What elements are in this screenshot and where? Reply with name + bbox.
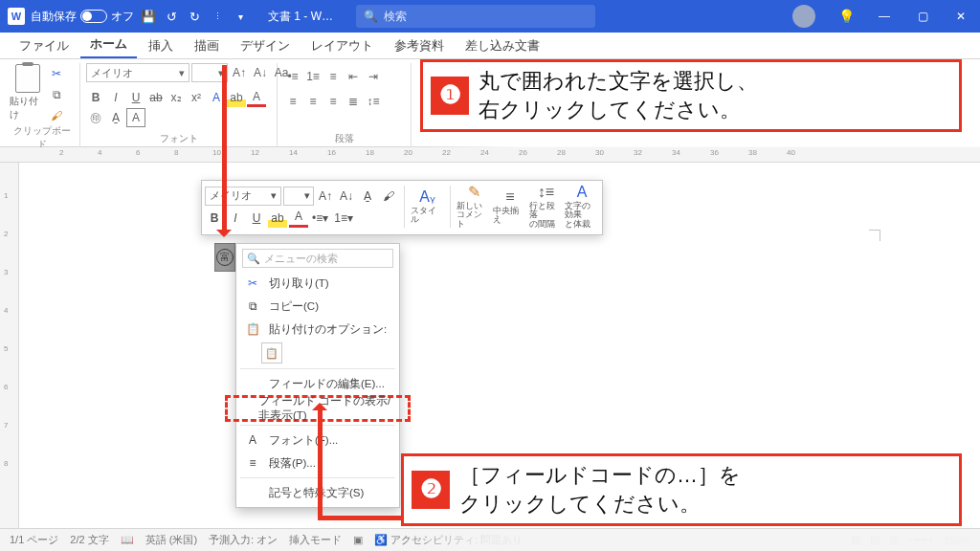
- mini-new-comment[interactable]: ✎新しい コメント: [457, 184, 491, 230]
- help-icon[interactable]: 💡: [827, 0, 865, 33]
- cut-icon[interactable]: ✂: [48, 65, 65, 82]
- mini-italic[interactable]: I: [226, 209, 245, 228]
- status-predict[interactable]: 予測入力: オン: [209, 533, 278, 547]
- underline-button[interactable]: U: [126, 88, 145, 107]
- mini-bold[interactable]: B: [205, 209, 224, 228]
- numbering-icon[interactable]: 1≡: [303, 67, 323, 86]
- status-macro-icon[interactable]: ▣: [353, 534, 363, 546]
- autosave-toggle[interactable]: 自動保存 オフ: [31, 9, 134, 25]
- vertical-ruler[interactable]: 12 34 56 78: [0, 163, 19, 528]
- ctx-paste-option-keep[interactable]: 📋: [236, 341, 399, 365]
- arrow-2-horizontal: [318, 516, 402, 520]
- decrease-indent-icon[interactable]: ⇤: [344, 67, 363, 86]
- tab-layout[interactable]: レイアウト: [301, 34, 383, 58]
- selected-enclosed-character[interactable]: 富: [214, 243, 235, 272]
- mini-bullets[interactable]: •≡▾: [310, 209, 330, 228]
- italic-button[interactable]: I: [106, 88, 125, 107]
- line-spacing-icon[interactable]: ↕≡: [364, 92, 383, 111]
- mini-size-select[interactable]: ▾: [283, 187, 314, 206]
- search-icon: 🔍: [364, 10, 378, 23]
- bold-button[interactable]: B: [86, 88, 105, 107]
- mini-format-painter[interactable]: 🖌: [379, 187, 398, 206]
- mini-highlight[interactable]: ab: [268, 209, 287, 228]
- user-avatar[interactable]: [792, 5, 815, 28]
- callout-number-1: ❶: [431, 77, 469, 115]
- char-border-icon[interactable]: A: [126, 108, 145, 127]
- status-proofing-icon[interactable]: 📖: [121, 534, 134, 546]
- title-bar: W 自動保存 オフ 💾 ↺ ↻ ⋮ ▾ 文書 1 - W… 🔍 検索 💡 — ▢…: [0, 0, 980, 33]
- mini-style-button[interactable]: Aᵧスタイル: [411, 188, 445, 225]
- tab-file[interactable]: ファイル: [10, 34, 78, 58]
- tab-draw[interactable]: 描画: [185, 34, 229, 58]
- mini-toolbar: メイリオ▾ ▾ A↑ A↓ A̱ 🖌 B I U ab A •≡▾ 1≡▾: [201, 180, 603, 235]
- minimize-button[interactable]: —: [865, 0, 903, 33]
- mini-center[interactable]: ≡中央揃え: [493, 188, 527, 225]
- status-words[interactable]: 2/2 文字: [70, 533, 108, 547]
- mini-phonetic[interactable]: A̱: [358, 187, 377, 206]
- copy-icon[interactable]: ⧉: [48, 86, 65, 103]
- align-center-icon[interactable]: ≡: [303, 92, 323, 111]
- tab-design[interactable]: デザイン: [231, 34, 300, 58]
- bullets-icon[interactable]: •≡: [283, 67, 302, 86]
- undo-icon[interactable]: ↺: [163, 8, 180, 25]
- scissors-icon: ✂: [244, 276, 261, 290]
- tab-mailings[interactable]: 差し込み文書: [456, 34, 549, 58]
- multilevel-icon[interactable]: ≡: [323, 67, 343, 86]
- status-language[interactable]: 英語 (米国): [145, 533, 197, 547]
- mini-shrink-font[interactable]: A↓: [337, 187, 356, 206]
- document-title: 文書 1 - W…: [268, 9, 333, 25]
- callout-1: ❶ 丸で囲われた文字を選択し、 右クリックしてください。: [420, 59, 962, 132]
- horizontal-ruler[interactable]: 24 68 1012 1416 1820 2224 2628 3032 3436…: [0, 147, 980, 163]
- subscript-button[interactable]: x₂: [167, 88, 186, 107]
- font-a-icon: A: [244, 433, 261, 447]
- enclose-char-icon[interactable]: ㊞: [86, 108, 105, 127]
- mini-font-select[interactable]: メイリオ▾: [205, 187, 281, 206]
- qat-more-icon[interactable]: ⋮: [209, 8, 226, 25]
- maximize-button[interactable]: ▢: [903, 0, 942, 33]
- mini-numbering[interactable]: 1≡▾: [332, 209, 355, 228]
- superscript-button[interactable]: x²: [187, 88, 206, 107]
- copy-icon: ⧉: [244, 299, 261, 313]
- tab-insert[interactable]: 挿入: [139, 34, 183, 58]
- format-painter-icon[interactable]: 🖌: [48, 107, 65, 124]
- context-search[interactable]: 🔍メニューの検索: [242, 249, 393, 268]
- ctx-edit-field[interactable]: フィールドの編集(E)...: [236, 372, 399, 395]
- redo-icon[interactable]: ↻: [186, 8, 203, 25]
- mini-underline[interactable]: U: [247, 209, 266, 228]
- paste-button[interactable]: 貼り付け: [10, 63, 46, 122]
- mini-grow-font[interactable]: A↑: [316, 187, 335, 206]
- mini-text-effects[interactable]: A文字の効果 と体裁: [565, 184, 599, 230]
- font-name-select[interactable]: メイリオ▾: [86, 63, 189, 82]
- ctx-cut[interactable]: ✂切り取り(T): [236, 272, 399, 295]
- tab-references[interactable]: 参考資料: [385, 34, 454, 58]
- paragraph-group-label: 段落: [283, 132, 405, 147]
- page-margin-indicator: [869, 230, 880, 241]
- grow-font-icon[interactable]: A↑: [230, 63, 249, 82]
- font-color-icon[interactable]: A: [247, 88, 266, 107]
- ctx-paste-options-label: 📋貼り付けのオプション:: [236, 318, 399, 341]
- highlight-icon[interactable]: ab: [227, 88, 246, 107]
- save-icon[interactable]: 💾: [140, 8, 157, 25]
- shrink-font-icon[interactable]: A↓: [251, 63, 270, 82]
- align-left-icon[interactable]: ≡: [283, 92, 302, 111]
- strike-button[interactable]: ab: [146, 88, 166, 107]
- arrow-2-vertical: [318, 407, 323, 519]
- mini-line-spacing[interactable]: ↕≡行と段落 の間隔: [529, 184, 564, 230]
- phonetic-guide-icon[interactable]: A̱: [106, 108, 125, 127]
- justify-icon[interactable]: ≣: [344, 92, 363, 111]
- increase-indent-icon[interactable]: ⇥: [364, 67, 383, 86]
- ribbon-tabs: ファイル ホーム 挿入 描画 デザイン レイアウト 参考資料 差し込み文書: [0, 33, 980, 59]
- word-icon: W: [8, 8, 25, 25]
- qat-customize-icon[interactable]: ▾: [232, 8, 249, 25]
- callout-2: ❷ ［フィールドコードの…］を クリックしてください。: [401, 453, 962, 526]
- callout-number-2: ❷: [412, 471, 450, 509]
- arrow-1: [222, 65, 227, 233]
- tab-home[interactable]: ホーム: [80, 33, 137, 58]
- mini-font-color[interactable]: A: [289, 209, 308, 228]
- status-insert[interactable]: 挿入モード: [289, 533, 342, 547]
- close-button[interactable]: ✕: [942, 0, 980, 33]
- align-right-icon[interactable]: ≡: [323, 92, 343, 111]
- search-box[interactable]: 🔍 検索: [356, 5, 595, 28]
- ctx-copy[interactable]: ⧉コピー(C): [236, 295, 399, 318]
- status-page[interactable]: 1/1 ページ: [10, 533, 58, 547]
